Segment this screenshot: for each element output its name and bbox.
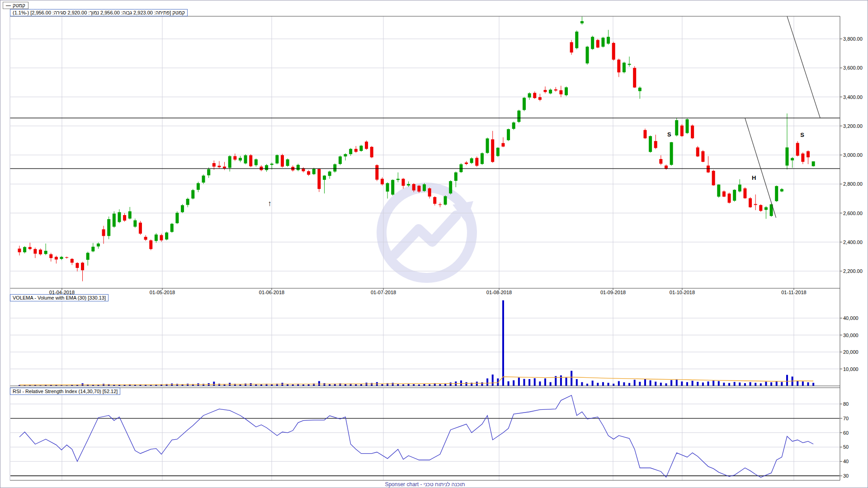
volume-ema-line (19, 377, 813, 385)
up-arrow-annotation: ↑ (268, 199, 272, 208)
annotation-label: H (752, 174, 756, 181)
price-axis-label: 2,200.00 (843, 268, 863, 274)
price-axis-label: 2,400.00 (843, 239, 863, 245)
volume-axis-label: 30,000 (843, 333, 859, 338)
rsi-line (19, 395, 813, 478)
price-axis-label: 2,800.00 (843, 181, 863, 187)
annotation-label: S (667, 131, 671, 138)
trendline (787, 16, 820, 118)
volume-panel-header: VOLEMA - Volume with EMA (30) [330.13] (10, 294, 108, 301)
volume-axis-label: 20,000 (843, 349, 859, 355)
date-axis-label: 01-07-2018 (371, 290, 396, 295)
date-axis-label: 01-04-2018 (49, 290, 75, 295)
line-style-icon: — (6, 2, 11, 9)
rsi-axis-label: 40 (843, 459, 849, 464)
watermark-arrow-icon (395, 216, 456, 254)
legend-symbol-name: קמטק (13, 2, 25, 9)
date-axis-label: 01-11-2018 (781, 290, 806, 295)
rsi-axis-label: 80 (843, 401, 849, 407)
date-axis-label: 01-09-2018 (600, 290, 626, 295)
chart-canvas[interactable] (0, 0, 868, 488)
app-footer: Sponser chart - תוכנה לניתוח טכני (10, 481, 840, 488)
annotation-label: S (800, 131, 804, 138)
price-axis-label: 3,600.00 (843, 65, 863, 70)
price-axis-label: 3,200.00 (843, 123, 863, 129)
date-axis-label: 01-10-2018 (670, 290, 695, 295)
date-axis-label: 01-08-2018 (486, 290, 512, 295)
rsi-axis-label: 50 (843, 444, 849, 450)
date-axis-label: 01-06-2018 (259, 290, 284, 295)
rsi-axis-label: 60 (843, 430, 849, 436)
volume-axis-label: 10,000 (843, 366, 859, 372)
volume-axis-label: 40,000 (843, 315, 859, 321)
date-axis-label: 01-05-2018 (150, 290, 175, 295)
price-info-bar: קמטק [פתיחה: 2,923.00 גבוה: 2,956.00 נמו… (10, 9, 188, 16)
trading-chart-app: — קמטק קמטק [פתיחה: 2,923.00 גבוה: 2,956… (0, 0, 868, 488)
price-axis-label: 3,800.00 (843, 36, 863, 42)
series-legend[interactable]: — קמטק (3, 2, 28, 9)
rsi-panel-header: RSI - Relative Strength Index (14,30,70)… (10, 388, 120, 395)
price-axis-label: 3,400.00 (843, 94, 863, 100)
price-axis-label: 2,600.00 (843, 211, 863, 216)
price-axis-label: 3,000.00 (843, 152, 863, 158)
rsi-axis-label: 70 (843, 416, 849, 421)
rsi-axis-label: 30 (843, 473, 849, 479)
